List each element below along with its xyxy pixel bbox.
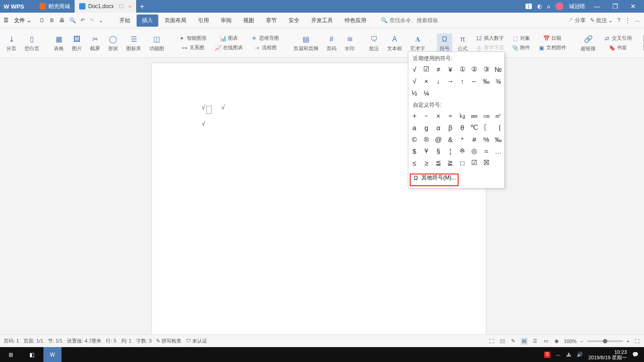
smart-graphics-button[interactable]: ✦智能图形 [176, 34, 209, 42]
more-icon[interactable]: ⋮ [625, 17, 630, 24]
tab-security[interactable]: 安全 [283, 14, 305, 27]
symbol-cell[interactable]: ※ [456, 145, 469, 157]
symbol-cell[interactable]: ≧ [445, 157, 457, 169]
symbol-cell[interactable]: ◎ [469, 145, 481, 157]
approve-button[interactable]: ✎ 批注 ⌄ [590, 17, 613, 24]
tab-special[interactable]: 特色应用 [339, 14, 372, 27]
symbol-cell[interactable]: ≤ [408, 157, 421, 169]
status-pages[interactable]: 页面: 1/1 [24, 338, 43, 344]
tab-insert[interactable]: 插入 [137, 14, 158, 27]
symbol-cell[interactable]: ｛ [492, 122, 505, 133]
symbol-cell[interactable]: * [456, 133, 469, 145]
symbol-cell[interactable]: g [421, 122, 433, 133]
preview-icon[interactable]: 🔍 [69, 17, 76, 24]
status-chars[interactable]: 字数: 3 [136, 338, 152, 344]
symbol-cell[interactable]: ¥ [445, 63, 457, 75]
user-name[interactable]: 城冠嘻 [569, 3, 585, 10]
symbol-cell[interactable]: ① [456, 63, 469, 75]
online-chart-button[interactable]: 📈在线图表 [212, 43, 246, 52]
symbol-cell[interactable]: × [432, 110, 445, 122]
redo-icon[interactable]: ↷ [90, 17, 94, 24]
save-icon[interactable]: 🗋 [39, 17, 45, 24]
more-symbols-button[interactable]: Ω 其他符号(M)... [408, 170, 504, 185]
command-search[interactable]: 🔍 查找命令、搜索模板 [381, 17, 438, 24]
tray-volume-icon[interactable]: 🔊 [577, 352, 583, 357]
draft-icon[interactable]: ✎ [510, 338, 517, 345]
function-chart-button[interactable]: ◫功能图 [147, 33, 167, 53]
taskbar-wps[interactable]: W [43, 347, 62, 362]
blank-page-button[interactable]: ▯空白页 [22, 33, 42, 53]
tray-network-icon[interactable]: 🖧 [566, 352, 571, 357]
zoom-out-btn[interactable]: − [580, 338, 583, 344]
add-tab-button[interactable]: ＋ [136, 0, 148, 13]
page-break-button[interactable]: ⤓分页 [4, 33, 19, 53]
collapse-ribbon-icon[interactable]: ︿ [635, 17, 640, 24]
symbol-cell[interactable]: ㎝ [480, 110, 492, 122]
status-spell[interactable]: ✎ 拼写检查 [156, 338, 181, 344]
symbol-cell[interactable]: ¾ [492, 75, 505, 87]
status-line[interactable]: 行: 5 [106, 338, 116, 344]
tray-chevron-icon[interactable]: ︿ [556, 351, 561, 358]
symbol-cell[interactable]: ® [421, 133, 433, 145]
symbol-cell[interactable]: ㎜ [469, 110, 481, 122]
view-mode-icon[interactable]: ◉ [553, 338, 560, 345]
symbol-cell[interactable]: $ [408, 145, 421, 157]
symbol-cell[interactable]: ℃ [469, 122, 481, 133]
status-col[interactable]: 列: 1 [121, 338, 132, 344]
symbol-cell[interactable]: & [445, 133, 457, 145]
tab-sections[interactable]: 章节 [260, 14, 282, 27]
bookmark-button[interactable]: 🔖书签 [601, 43, 635, 52]
symbol-cell[interactable]: @ [432, 133, 445, 145]
task-view-button[interactable]: ◧ [23, 347, 41, 362]
shapes-button[interactable]: ◯形状 [105, 33, 121, 53]
symbol-cell[interactable]: № [492, 63, 505, 75]
doc-parts-button[interactable]: ▣文档部件 [535, 43, 569, 52]
symbol-cell[interactable]: β [445, 122, 457, 133]
screenshot-button[interactable]: ✂截屏 [87, 33, 103, 53]
symbol-cell[interactable]: ← [469, 75, 481, 87]
outline-icon[interactable]: ☰ [531, 338, 539, 345]
symbol-cell[interactable]: θ [456, 122, 469, 133]
symbol-cell[interactable]: # [469, 133, 481, 145]
symbol-cell[interactable]: － [421, 110, 433, 122]
qa-more-icon[interactable]: ⌄ [99, 17, 103, 24]
symbol-cell[interactable]: ☑ [469, 157, 481, 169]
symbol-cell[interactable]: ÷ [445, 110, 457, 122]
app-logo[interactable]: W WPS [0, 0, 35, 13]
symbol-cell[interactable]: % [480, 133, 492, 145]
status-setting[interactable]: 设置值: 4.7厘米 [67, 338, 101, 344]
reading-layout-icon[interactable]: ▯▯ [499, 338, 506, 345]
comment-button[interactable]: 🗨批注 [366, 33, 382, 53]
flowchart-button[interactable]: ⇢流程图 [248, 43, 282, 52]
ime-icon[interactable]: S [544, 352, 550, 358]
print-layout-icon[interactable]: ▤ [521, 338, 528, 345]
tab-devtools[interactable]: 开发工具 [306, 14, 338, 27]
symbol-button[interactable]: Ω符号 [437, 33, 452, 53]
dropcap-button[interactable]: A̲首字下沉 [473, 43, 507, 52]
watermark-button[interactable]: ≋水印 [342, 33, 357, 53]
symbol-cell[interactable]: α [432, 122, 445, 133]
symbol-cell[interactable]: 〖 [480, 122, 492, 133]
symbol-cell[interactable]: √ [408, 75, 421, 87]
tab-page-layout[interactable]: 页面布局 [159, 14, 192, 27]
symbol-cell[interactable]: ≠ [432, 63, 445, 75]
tab-view[interactable]: 视图 [238, 14, 260, 27]
symbol-cell[interactable]: § [432, 145, 445, 157]
zoom-in-btn[interactable]: + [627, 338, 630, 344]
symbol-cell[interactable]: ㎏ [456, 110, 469, 122]
cross-ref-button[interactable]: ⇄交叉引用 [601, 34, 635, 42]
symbol-cell[interactable]: ‰ [492, 133, 505, 145]
hyperlink-button[interactable]: 🔗超链接 [578, 33, 598, 53]
attachment-button[interactable]: 📎附件 [509, 43, 533, 52]
status-cert[interactable]: 🛡 未认证 [186, 338, 207, 344]
symbol-cell[interactable]: ↓ [432, 75, 445, 87]
symbol-cell[interactable]: ‰ [480, 75, 492, 87]
symbol-cell[interactable]: √ [408, 63, 421, 75]
zoom-value[interactable]: 100% [564, 338, 577, 344]
chart-button[interactable]: 📊图表 [212, 34, 246, 42]
tab-references[interactable]: 引用 [193, 14, 214, 27]
textbox-button[interactable]: A文本框 [384, 33, 405, 53]
symbol-cell[interactable]: a [408, 122, 421, 133]
symbol-cell[interactable]: × [421, 75, 433, 87]
table-button[interactable]: ▦表格 [51, 33, 66, 53]
